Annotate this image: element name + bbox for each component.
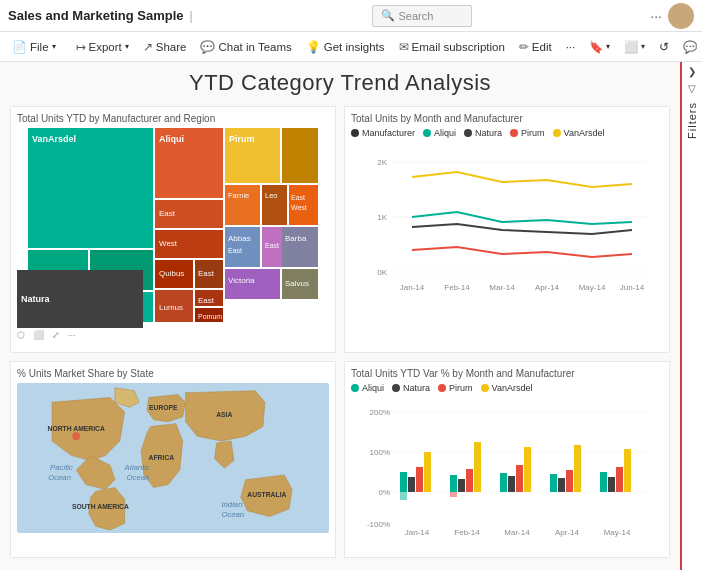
svg-rect-73 <box>550 474 557 492</box>
svg-text:Ocean: Ocean <box>221 510 244 519</box>
treemap-title: Total Units YTD by Manufacturer and Regi… <box>17 113 329 124</box>
treemap-icon-3[interactable]: ⤢ <box>52 330 60 340</box>
svg-text:Jun-14: Jun-14 <box>620 283 645 292</box>
more-button[interactable]: ··· <box>560 39 582 55</box>
svg-rect-63 <box>416 467 423 492</box>
page-title: YTD Category Trend Analysis <box>10 70 670 96</box>
bookmark-icon: 🔖 <box>589 40 603 54</box>
svg-text:East: East <box>291 194 305 201</box>
treemap-chart[interactable]: VanArsdel East Central West West Aliqui <box>17 128 329 328</box>
svg-text:Apr-14: Apr-14 <box>535 283 560 292</box>
bar-legend-pirum: Pirum <box>438 383 473 393</box>
tm-vanarsdel[interactable] <box>28 128 153 248</box>
edit-icon: ✏ <box>519 40 529 54</box>
chat-icon: 💬 <box>200 40 215 54</box>
search-icon: 🔍 <box>381 9 395 22</box>
treemap-icons: ⬡ ⬜ ⤢ ··· <box>17 330 329 340</box>
svg-text:Jan-14: Jan-14 <box>400 283 425 292</box>
treemap-icon-1[interactable]: ⬡ <box>17 330 25 340</box>
map-container[interactable]: NORTH AMERICA SOUTH AMERICA EUROPE ASIA … <box>17 383 329 533</box>
export-chevron: ▾ <box>125 42 129 51</box>
svg-text:Feb-14: Feb-14 <box>454 528 480 537</box>
bar-label-pirum: Pirum <box>449 383 473 393</box>
svg-text:Pacific: Pacific <box>50 463 73 472</box>
email-button[interactable]: ✉ Email subscription <box>393 38 511 56</box>
svg-text:Farnie: Farnie <box>228 191 249 200</box>
comment-button[interactable]: 💬 <box>677 38 702 56</box>
bookmark-button[interactable]: 🔖▾ <box>583 38 616 56</box>
title-bar: Sales and Marketing Sample | 🔍 Search ··… <box>0 0 702 32</box>
avatar[interactable] <box>668 3 694 29</box>
treemap-section: Total Units YTD by Manufacturer and Regi… <box>10 106 336 353</box>
line-chart-section: Total Units by Month and Manufacturer Ma… <box>344 106 670 353</box>
svg-text:Barba: Barba <box>285 234 307 243</box>
line-chart-title: Total Units by Month and Manufacturer <box>351 113 663 124</box>
legend-label-aliqui: Aliqui <box>434 128 456 138</box>
email-label: Email subscription <box>412 41 505 53</box>
export-button[interactable]: ↦ Export ▾ <box>70 38 135 56</box>
email-icon: ✉ <box>399 40 409 54</box>
export-icon: ↦ <box>76 40 86 54</box>
map-title: % Units Market Share by State <box>17 368 329 379</box>
edit-button[interactable]: ✏ Edit <box>513 38 558 56</box>
filters-panel[interactable]: ❯ ▽ Filters <box>680 62 702 570</box>
svg-rect-76 <box>574 445 581 492</box>
natura-cell[interactable]: Natura <box>17 270 143 328</box>
insights-label: Get insights <box>324 41 385 53</box>
view-button[interactable]: ⬜▾ <box>618 38 651 56</box>
legend-label-pirum: Pirum <box>521 128 545 138</box>
svg-rect-68 <box>474 442 481 492</box>
edit-label: Edit <box>532 41 552 53</box>
legend-manufacturer: Manufacturer <box>351 128 415 138</box>
insights-button[interactable]: 💡 Get insights <box>300 38 391 56</box>
export-label: Export <box>89 41 122 53</box>
svg-text:1K: 1K <box>377 213 387 222</box>
bar-dot-aliqui <box>351 384 359 392</box>
tm-pirum-right[interactable] <box>282 128 318 183</box>
svg-rect-67 <box>466 469 473 492</box>
chat-button[interactable]: 💬 Chat in Teams <box>194 38 297 56</box>
toolbar-right: 🔖▾ ⬜▾ ↺ 💬 <box>583 38 702 56</box>
svg-text:-100%: -100% <box>367 520 390 529</box>
view-icon: ⬜ <box>624 40 638 54</box>
report-title: Sales and Marketing Sample <box>8 8 184 23</box>
legend-vanarsdel: VanArsdel <box>553 128 605 138</box>
svg-rect-79 <box>616 467 623 492</box>
bar-chart-legend: Aliqui Natura Pirum VanArsdel <box>351 383 663 393</box>
file-chevron: ▾ <box>52 42 56 51</box>
svg-text:SOUTH AMERICA: SOUTH AMERICA <box>72 503 129 510</box>
svg-text:VanArsdel: VanArsdel <box>32 134 76 144</box>
svg-text:May-14: May-14 <box>604 528 631 537</box>
treemap-icon-2[interactable]: ⬜ <box>33 330 44 340</box>
treemap-icon-4[interactable]: ··· <box>68 330 76 340</box>
svg-rect-65 <box>450 475 457 492</box>
title-ellipsis[interactable]: ··· <box>650 8 662 24</box>
legend-dot-aliqui <box>423 129 431 137</box>
file-button[interactable]: 📄 File ▾ <box>6 38 62 56</box>
search-box[interactable]: 🔍 Search <box>372 5 472 27</box>
bar-dot-natura <box>392 384 400 392</box>
share-icon: ↗ <box>143 40 153 54</box>
svg-rect-80 <box>624 449 631 492</box>
svg-rect-75 <box>566 470 573 492</box>
svg-text:Pirum: Pirum <box>229 134 255 144</box>
svg-rect-69 <box>500 473 507 492</box>
more-icon: ··· <box>566 41 576 53</box>
legend-dot-natura <box>464 129 472 137</box>
bar-dot-pirum <box>438 384 446 392</box>
svg-text:Lumus: Lumus <box>159 303 183 312</box>
svg-text:Salvus: Salvus <box>285 279 309 288</box>
tm-barba[interactable] <box>282 227 318 267</box>
bar-legend-vanarsdel: VanArsdel <box>481 383 533 393</box>
share-button[interactable]: ↗ Share <box>137 38 193 56</box>
svg-text:Mar-14: Mar-14 <box>504 528 530 537</box>
line-chart-legend: Manufacturer Aliqui Natura Pirum <box>351 128 663 138</box>
svg-rect-71 <box>516 465 523 492</box>
filters-chevron-icon[interactable]: ❯ <box>688 66 696 77</box>
refresh-button[interactable]: ↺ <box>653 38 675 56</box>
share-label: Share <box>156 41 187 53</box>
legend-dot-manufacturer <box>351 129 359 137</box>
svg-text:AUSTRALIA: AUSTRALIA <box>247 491 286 498</box>
svg-rect-77 <box>600 472 607 492</box>
file-icon: 📄 <box>12 40 27 54</box>
